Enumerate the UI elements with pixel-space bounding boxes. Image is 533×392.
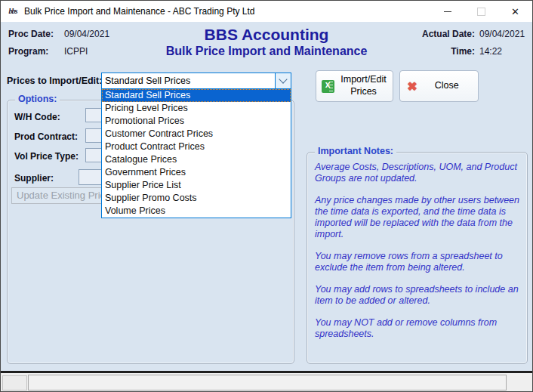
prices-to-import-combobox[interactable]: Standard Sell Prices — [101, 73, 291, 89]
dropdown-option[interactable]: Supplier Price List — [102, 179, 291, 192]
dropdown-option[interactable]: Standard Sell Prices — [102, 89, 291, 102]
combobox-dropdown-button[interactable] — [275, 73, 291, 88]
red-x-icon: ✖ — [407, 79, 417, 94]
important-notes-title: Important Notes: — [315, 146, 396, 156]
note-paragraph: You may NOT add or remove columns from s… — [315, 317, 521, 340]
import-edit-prices-button[interactable]: Import/Edit Prices — [316, 70, 393, 102]
note-paragraph: You may add rows to spreadsheets to incl… — [315, 284, 521, 307]
chevron-down-icon — [279, 75, 287, 83]
prices-to-import-label: Prices to Import/Edit: — [7, 76, 102, 86]
app-icon: bbs — [6, 5, 20, 17]
prod-contract-label: Prod Contract: — [14, 131, 78, 142]
excel-spreadsheet-icon — [322, 80, 334, 93]
vol-price-type-label: Vol Price Type: — [14, 151, 79, 162]
supplier-label: Supplier: — [14, 173, 54, 184]
maximize-icon — [477, 8, 485, 16]
titlebar: bbs Bulk Price Import and Maintenance - … — [1, 1, 532, 22]
dropdown-option[interactable]: Catalogue Prices — [102, 153, 291, 166]
note-paragraph: You may remove rows from a spreadsheet t… — [315, 251, 521, 273]
minimize-button[interactable] — [430, 1, 464, 22]
app-window: bbs Bulk Price Import and Maintenance - … — [0, 0, 533, 392]
time-label: Time: — [414, 46, 475, 57]
import-edit-prices-label: Import/Edit Prices — [340, 74, 388, 97]
actual-date-value: 09/04/2021 — [479, 29, 525, 39]
status-panel-small — [2, 375, 27, 390]
actual-date-label: Actual Date: — [414, 29, 475, 39]
window-title: Bulk Price Import and Maintenance - ABC … — [24, 6, 254, 17]
dropdown-option[interactable]: Pricing Level Prices — [102, 102, 291, 115]
important-notes-body: Average Costs, Descriptions, UOM, and Pr… — [315, 162, 521, 350]
status-panel-long — [28, 375, 507, 390]
important-notes-groupbox: Important Notes: Average Costs, Descript… — [307, 152, 528, 364]
note-paragraph: Average Costs, Descriptions, UOM, and Pr… — [315, 162, 521, 184]
wh-code-label: W/H Code: — [14, 112, 60, 122]
status-bar — [1, 373, 532, 391]
time-value: 14:22 — [479, 46, 502, 57]
window-controls: ✕ — [430, 1, 532, 22]
options-group-title: Options: — [15, 94, 60, 104]
dropdown-option[interactable]: Volume Prices — [102, 205, 291, 218]
maximize-button[interactable] — [464, 1, 498, 22]
dropdown-option[interactable]: Supplier Promo Costs — [102, 192, 291, 205]
dropdown-option[interactable]: Product Contract Prices — [102, 140, 291, 153]
close-label: Close — [423, 80, 471, 92]
close-window-button[interactable]: ✕ — [498, 1, 532, 22]
close-icon: ✕ — [511, 7, 519, 17]
combobox-value: Standard Sell Prices — [102, 76, 275, 86]
dropdown-option[interactable]: Customer Contract Prices — [102, 128, 291, 140]
close-button[interactable]: ✖ Close — [399, 70, 479, 102]
minimize-icon — [444, 11, 451, 12]
dropdown-option[interactable]: Government Prices — [102, 166, 291, 179]
prices-dropdown-list: Standard Sell Prices Pricing Level Price… — [101, 88, 291, 218]
note-paragraph: Any price changes made by other users be… — [315, 195, 521, 240]
dropdown-option[interactable]: Promotional Prices — [102, 115, 291, 128]
